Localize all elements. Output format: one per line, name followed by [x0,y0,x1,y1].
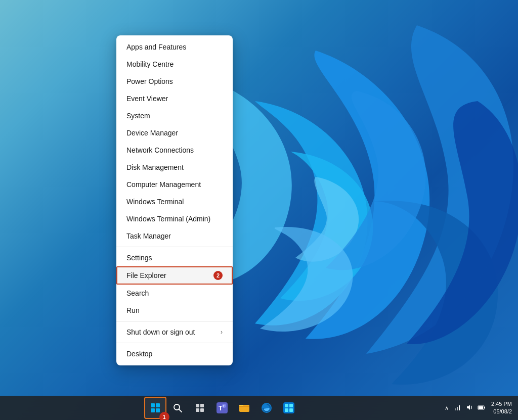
menu-item-computer-management[interactable]: Computer Management [116,176,233,193]
taskbar-edge-button[interactable] [255,397,278,419]
menu-item-disk-management[interactable]: Disk Management [116,159,233,176]
taskbar-teams-button[interactable]: T T [211,397,233,419]
system-clock[interactable]: 2:45 PM 05/08/2 [489,400,514,416]
clock-date: 05/08/2 [491,408,512,415]
menu-item-windows-terminal[interactable]: Windows Terminal [116,193,233,210]
svg-rect-15 [285,408,288,412]
menu-item-file-explorer[interactable]: File Explorer 2 [116,266,233,285]
menu-separator [116,247,233,247]
svg-rect-13 [285,404,288,407]
windows-logo-icon [151,403,160,412]
taskbar: 1 [0,396,518,420]
menu-item-shutdown[interactable]: Shut down or sign out › [116,323,233,341]
network-icon[interactable] [452,402,463,414]
volume-icon[interactable] [464,402,475,414]
menu-item-mobility-centre[interactable]: Mobility Centre [116,56,233,73]
menu-item-windows-terminal-admin[interactable]: Windows Terminal (Admin) [116,210,233,227]
taskbar-icons: 1 [0,397,444,419]
menu-item-task-manager[interactable]: Task Manager [116,227,233,245]
menu-item-system[interactable]: System [116,107,233,124]
system-tray: ∧ [444,400,518,416]
shutdown-arrow-icon: › [221,329,223,336]
tray-expand-button[interactable]: ∧ [444,404,450,412]
start-button[interactable]: 1 [144,397,166,419]
menu-item-power-options[interactable]: Power Options [116,73,233,90]
desktop: Apps and Features Mobility Centre Power … [0,0,518,420]
svg-rect-17 [455,408,456,410]
svg-rect-14 [289,404,293,407]
svg-rect-18 [457,407,458,410]
tray-icons [452,402,487,414]
svg-text:T: T [219,404,223,412]
context-menu: Apps and Features Mobility Centre Power … [116,35,233,365]
menu-separator-2 [116,321,233,321]
taskbar-task-view-button[interactable] [189,397,211,419]
menu-item-desktop[interactable]: Desktop [116,345,233,362]
taskbar-search-button[interactable] [166,397,189,419]
svg-rect-22 [479,406,483,409]
svg-rect-5 [200,408,204,412]
file-explorer-badge: 2 [213,271,223,280]
menu-item-settings[interactable]: Settings [116,249,233,266]
svg-point-0 [174,404,180,410]
menu-item-apps-features[interactable]: Apps and Features [116,38,233,56]
svg-rect-21 [484,407,485,408]
svg-rect-10 [239,405,249,412]
svg-text:T: T [223,404,225,408]
svg-rect-3 [200,404,204,407]
battery-icon[interactable] [476,402,487,414]
menu-item-search[interactable]: Search [116,285,233,302]
file-explorer-icon [239,402,250,413]
svg-rect-2 [196,404,199,407]
menu-item-network-connections[interactable]: Network Connections [116,142,233,159]
svg-rect-16 [289,408,293,412]
svg-line-1 [179,409,182,412]
menu-item-device-manager[interactable]: Device Manager [116,124,233,142]
svg-rect-4 [196,408,199,412]
menu-separator-3 [116,343,233,343]
clock-time: 2:45 PM [491,400,512,408]
menu-item-event-viewer[interactable]: Event Viewer [116,90,233,107]
taskbar-file-explorer-button[interactable] [233,397,255,419]
store-icon [283,402,294,413]
teams-icon: T T [217,402,228,413]
search-icon [172,403,183,413]
svg-rect-19 [459,405,460,410]
taskbar-store-button[interactable] [278,397,300,419]
menu-item-run[interactable]: Run [116,302,233,319]
start-badge: 1 [159,412,169,420]
task-view-icon [195,403,205,413]
edge-icon [261,402,272,413]
